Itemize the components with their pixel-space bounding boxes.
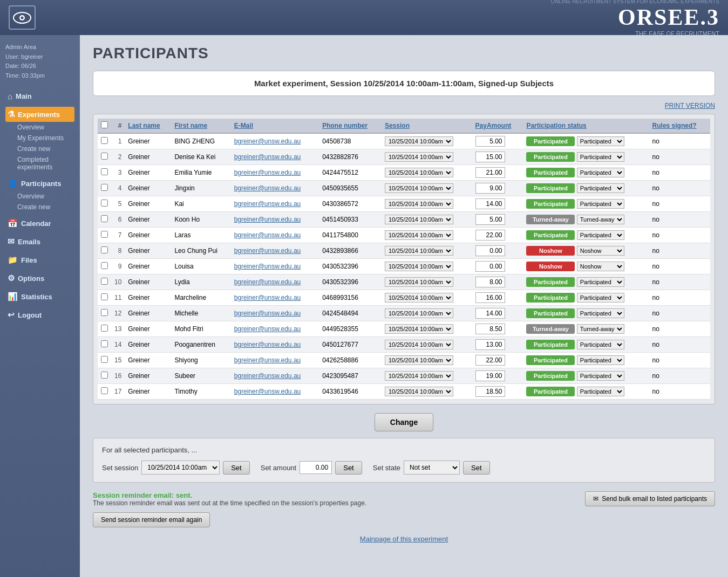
- row-email[interactable]: bgreiner@unsw.edu.au: [231, 306, 319, 321]
- row-status[interactable]: Participated Participated Participated N…: [523, 274, 649, 290]
- row-pay-input[interactable]: [475, 308, 505, 319]
- sidebar-item-participants[interactable]: 👤 Participants: [5, 176, 74, 191]
- row-session-select[interactable]: 10/25/2014 10:00am: [385, 152, 453, 162]
- row-status[interactable]: Participated Participated Participated N…: [523, 149, 649, 165]
- send-reminder-button[interactable]: Send session reminder email again: [93, 512, 210, 527]
- sidebar-item-logout[interactable]: ↩ Logout: [5, 307, 74, 322]
- row-checkbox-cell[interactable]: [98, 337, 111, 353]
- row-pay[interactable]: [472, 212, 523, 228]
- th-session[interactable]: Session: [382, 119, 472, 133]
- sidebar-item-main[interactable]: ⌂ Main: [5, 89, 74, 104]
- row-session[interactable]: 10/25/2014 10:00am: [382, 196, 472, 212]
- row-pay[interactable]: [472, 165, 523, 181]
- row-checkbox-cell[interactable]: [98, 196, 111, 212]
- row-session-select[interactable]: 10/25/2014 10:00am: [385, 293, 453, 303]
- row-session[interactable]: 10/25/2014 10:00am: [382, 259, 472, 274]
- sidebar-item-participants-overview[interactable]: Overview: [5, 191, 74, 202]
- status-select[interactable]: Participated Participated Noshow Turned-…: [577, 340, 624, 349]
- row-session-select[interactable]: 10/25/2014 10:00am: [385, 183, 453, 193]
- row-status[interactable]: Participated Participated Participated N…: [523, 306, 649, 321]
- row-pay[interactable]: [472, 228, 523, 243]
- row-checkbox-cell[interactable]: [98, 181, 111, 196]
- row-pay-input[interactable]: [475, 370, 505, 381]
- th-status[interactable]: Participation status: [523, 119, 649, 133]
- row-status[interactable]: Turned-away Turned-away Participated Nos…: [523, 321, 649, 337]
- row-pay[interactable]: [472, 243, 523, 259]
- status-select[interactable]: Turned-away Participated Noshow Turned-a…: [577, 215, 624, 224]
- row-checkbox[interactable]: [101, 215, 108, 222]
- th-lastname[interactable]: Last name: [125, 119, 171, 133]
- row-email[interactable]: bgreiner@unsw.edu.au: [231, 290, 319, 306]
- row-pay[interactable]: [472, 337, 523, 353]
- row-email[interactable]: bgreiner@unsw.edu.au: [231, 165, 319, 181]
- status-select[interactable]: Participated Participated Noshow Turned-…: [577, 355, 624, 365]
- status-select[interactable]: Participated Participated Noshow Turned-…: [577, 136, 624, 146]
- row-status[interactable]: Noshow Noshow Participated Noshow Turned…: [523, 259, 649, 274]
- row-status[interactable]: Participated Participated Participated N…: [523, 228, 649, 243]
- row-checkbox[interactable]: [101, 246, 108, 253]
- row-status[interactable]: Participated Participated Participated N…: [523, 181, 649, 196]
- sidebar-item-completed[interactable]: Completedexperiments: [5, 154, 74, 173]
- row-session[interactable]: 10/25/2014 10:00am: [382, 353, 472, 368]
- status-select[interactable]: Participated Participated Noshow Turned-…: [577, 308, 624, 318]
- row-checkbox[interactable]: [101, 184, 108, 191]
- row-checkbox[interactable]: [101, 340, 108, 347]
- row-pay-input[interactable]: [475, 167, 505, 178]
- row-checkbox-cell[interactable]: [98, 368, 111, 384]
- row-checkbox[interactable]: [101, 278, 108, 285]
- row-pay-input[interactable]: [475, 152, 505, 162]
- row-pay-input[interactable]: [475, 339, 505, 350]
- row-email[interactable]: bgreiner@unsw.edu.au: [231, 321, 319, 337]
- row-email[interactable]: bgreiner@unsw.edu.au: [231, 149, 319, 165]
- row-checkbox-cell[interactable]: [98, 212, 111, 228]
- row-session[interactable]: 10/25/2014 10:00am: [382, 384, 472, 400]
- row-session[interactable]: 10/25/2014 10:00am: [382, 274, 472, 290]
- row-pay-input[interactable]: [475, 136, 505, 147]
- status-select[interactable]: Participated Participated Noshow Turned-…: [577, 152, 624, 162]
- row-pay-input[interactable]: [475, 386, 505, 397]
- set-state-button[interactable]: Set: [463, 461, 490, 475]
- row-checkbox[interactable]: [101, 372, 108, 379]
- row-email[interactable]: bgreiner@unsw.edu.au: [231, 243, 319, 259]
- set-amount-input[interactable]: [300, 461, 332, 474]
- row-pay-input[interactable]: [475, 230, 505, 241]
- row-session[interactable]: 10/25/2014 10:00am: [382, 337, 472, 353]
- row-checkbox-cell[interactable]: [98, 243, 111, 259]
- row-pay-input[interactable]: [475, 277, 505, 287]
- row-checkbox-cell[interactable]: [98, 274, 111, 290]
- status-select[interactable]: Participated Participated Noshow Turned-…: [577, 183, 624, 193]
- row-email[interactable]: bgreiner@unsw.edu.au: [231, 353, 319, 368]
- row-pay[interactable]: [472, 196, 523, 212]
- row-status[interactable]: Noshow Noshow Participated Noshow Turned…: [523, 243, 649, 259]
- row-pay-input[interactable]: [475, 198, 505, 209]
- status-select[interactable]: Participated Participated Noshow Turned-…: [577, 230, 624, 240]
- status-select[interactable]: Noshow Participated Noshow Turned-away: [577, 262, 624, 271]
- th-rules[interactable]: Rules signed?: [649, 119, 710, 133]
- th-firstname[interactable]: First name: [171, 119, 230, 133]
- row-session-select[interactable]: 10/25/2014 10:00am: [385, 230, 453, 240]
- set-session-select[interactable]: 10/25/2014 10:00am: [141, 461, 220, 475]
- sidebar-item-create-new-exp[interactable]: Create new: [5, 143, 74, 154]
- row-status[interactable]: Participated Participated Participated N…: [523, 353, 649, 368]
- row-pay-input[interactable]: [475, 292, 505, 303]
- status-select[interactable]: Participated Participated Noshow Turned-…: [577, 387, 624, 396]
- row-pay[interactable]: [472, 274, 523, 290]
- set-amount-button[interactable]: Set: [335, 461, 362, 475]
- row-session-select[interactable]: 10/25/2014 10:00am: [385, 387, 453, 396]
- row-session-select[interactable]: 10/25/2014 10:00am: [385, 340, 453, 349]
- th-pay[interactable]: PayAmount: [472, 119, 523, 133]
- row-checkbox-cell[interactable]: [98, 306, 111, 321]
- sidebar-item-statistics[interactable]: 📊 Statistics: [5, 289, 74, 304]
- row-session[interactable]: 10/25/2014 10:00am: [382, 212, 472, 228]
- sidebar-item-experiments[interactable]: ⚗ Experiments: [5, 107, 74, 122]
- row-pay-input[interactable]: [475, 245, 505, 256]
- row-status[interactable]: Participated Participated Participated N…: [523, 384, 649, 400]
- row-checkbox[interactable]: [101, 309, 108, 316]
- th-phone[interactable]: Phone number: [319, 119, 382, 133]
- row-checkbox-cell[interactable]: [98, 149, 111, 165]
- status-select[interactable]: Participated Participated Noshow Turned-…: [577, 168, 624, 177]
- row-session[interactable]: 10/25/2014 10:00am: [382, 228, 472, 243]
- sidebar-item-emails[interactable]: ✉ Emails: [5, 234, 74, 249]
- row-session-select[interactable]: 10/25/2014 10:00am: [385, 136, 453, 146]
- row-checkbox[interactable]: [101, 325, 108, 332]
